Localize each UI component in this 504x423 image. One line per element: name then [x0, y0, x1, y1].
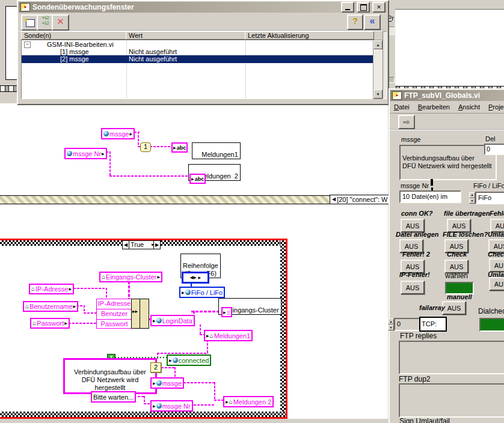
global-variable-mssge-nr[interactable]: mssge Nr ▶: [64, 148, 107, 159]
scroll-up-button[interactable]: ▲: [373, 40, 383, 49]
new-probe-window-button[interactable]: ✶: [21, 14, 38, 31]
global-variable-mssge[interactable]: mssge ▶: [101, 128, 135, 139]
local-variable-meldungen1[interactable]: ▶ ⌂ Meldungen1: [204, 330, 253, 341]
probe-name: GSM-INI-Bearbeiten.vi: [47, 41, 114, 48]
enum-constant[interactable]: ◀▶ ▶: [182, 272, 209, 284]
bundle-by-name-node[interactable]: IP-Adresse Benutzer Passwort: [96, 299, 132, 329]
table-row[interactable]: [1] mssge Nicht ausgeführt: [22, 48, 373, 55]
column-header-letzte[interactable]: Letzte Aktualisierung: [245, 31, 374, 40]
run-arrow-icon: ⇨: [403, 117, 410, 127]
spin-down-icon[interactable]: ▼: [469, 198, 475, 204]
string-indicator-icon-1[interactable]: ▶ abc: [171, 142, 188, 153]
column-header-wert[interactable]: Wert: [126, 31, 246, 40]
ftp-replies-box[interactable]: [399, 341, 504, 374]
spin-down-icon[interactable]: ▼: [388, 324, 394, 330]
failarray-index[interactable]: 0: [394, 318, 420, 331]
global-label: mssge Nr: [162, 403, 191, 410]
fifo-spinner[interactable]: ▲ ▼: [469, 192, 475, 204]
numeric-constant-2[interactable]: 2: [150, 362, 161, 373]
tcp-input[interactable]: TCP:: [419, 317, 447, 332]
fifo-select[interactable]: FiFo: [475, 192, 504, 204]
ftp-toolbar: ⇨: [390, 114, 504, 130]
mssge-nr-indicator[interactable]: 10 Datei(en) im: [399, 190, 461, 203]
dialcheck-led[interactable]: [479, 318, 504, 332]
tcp-value: TCP:: [422, 320, 437, 327]
global-variable-connected[interactable]: ▶ connected: [167, 355, 211, 366]
local-variable-benutzername[interactable]: ⌂ Benutzername ▶: [23, 301, 78, 312]
global-variable-mssge-nr-write[interactable]: ▶ mssge Nr: [150, 400, 193, 412]
panel-wire-mark: [431, 179, 433, 186]
ftp-dup2-box[interactable]: [399, 383, 504, 418]
constant-text: Bitte warten...: [93, 394, 134, 401]
bundle-row[interactable]: Passwort: [97, 320, 132, 328]
collapse-button[interactable]: «: [364, 14, 381, 30]
indicator-label-meldungen1[interactable]: Meldungen1: [192, 142, 241, 159]
string-indicator-icon-2[interactable]: ▶ abc: [189, 174, 206, 184]
local-variable-eingangs-cluster[interactable]: ⌂ Eingangs-Cluster ▶: [99, 272, 162, 282]
local-variable-passwort[interactable]: ⌂ Passwort ▶: [30, 318, 70, 329]
check-button-2[interactable]: AUS: [489, 258, 504, 272]
menu-datei[interactable]: Datei: [390, 102, 414, 112]
table-row[interactable]: − GSM-INI-Bearbeiten.vi: [22, 41, 373, 48]
right-arrow-icon: ▶: [198, 276, 201, 279]
waehlen-led[interactable]: [445, 282, 474, 294]
cluster-indicator-icon[interactable]: ▶ ⣶: [221, 307, 232, 317]
table-scrollbar[interactable]: ▲ ▼: [373, 40, 383, 99]
wire: [214, 382, 215, 401]
case-selector-next-button[interactable]: ▶: [153, 240, 161, 249]
header-text: Letzte Aktualisierung: [248, 32, 309, 39]
bundle-row[interactable]: IP-Adresse: [97, 299, 132, 309]
global-label: mssge: [162, 380, 182, 387]
scroll-down-button[interactable]: ▼: [373, 90, 383, 99]
umlaut-button-2[interactable]: AUS: [489, 277, 504, 291]
minimize-button[interactable]: [341, 2, 354, 13]
global-label: LoginData: [162, 317, 192, 324]
string-constant-bitte-warten[interactable]: Bitte warten...: [91, 391, 136, 403]
ftp-titlebar[interactable]: ➤ FTP_subVI_Globals.vi: [390, 90, 504, 101]
close-button[interactable]: ✕: [372, 2, 386, 13]
menu-ansicht[interactable]: Ansicht: [454, 102, 484, 112]
help-button[interactable]: ?: [347, 14, 363, 30]
monitor-titlebar[interactable]: ➤ Sondenüberwachungsfenster ✕: [19, 2, 387, 13]
ftp-menubar: DateiBearbeitenAnsichtProjekt: [390, 102, 504, 114]
right-arrow-icon: ▶: [226, 400, 229, 404]
case-selector-connect[interactable]: ◀ [20] "connect": W: [330, 195, 392, 204]
wire: [150, 146, 173, 147]
menu-bearbeiten[interactable]: Bearbeiten: [414, 102, 454, 112]
local-variable-meldungen2[interactable]: ▶ ⌂ Meldungen 2: [223, 396, 274, 407]
bundle-row[interactable]: Benutzer: [97, 309, 132, 320]
spin-up-icon[interactable]: ▲: [469, 192, 475, 198]
del-label: Del: [485, 135, 496, 142]
numeric-constant-1[interactable]: 1: [140, 142, 151, 152]
mssge-text: Verbindungsaufbau über DFÜ Netzwerk wird…: [402, 154, 492, 169]
case-structure-border-bottom[interactable]: [0, 412, 286, 417]
spin-up-icon[interactable]: ▲: [388, 318, 394, 324]
left-arrow-icon[interactable]: ◀: [332, 197, 336, 202]
local-variable-ip-adresse[interactable]: ⌂ IP-Adresse ▶: [29, 284, 74, 294]
run-button[interactable]: ⇨: [398, 115, 415, 129]
manuell-button[interactable]: AUS: [442, 301, 466, 315]
check-label-2: Check: [488, 251, 504, 258]
global-variable-mssge-write[interactable]: ▶ mssge: [150, 377, 184, 389]
case-structure-border-right[interactable]: [280, 240, 286, 417]
string-constant-verbindung[interactable]: Verbindungsaufbau über DFÜ Netzwerk wird…: [63, 358, 157, 394]
global-variable-fifo-lifo[interactable]: ▶ FiFo / LiFo: [179, 287, 225, 298]
global-label: connected: [179, 357, 209, 364]
menu-projekt[interactable]: Projekt: [484, 102, 504, 112]
failarray-spinner[interactable]: ▲ ▼: [388, 318, 394, 330]
manuell-label: manuell: [447, 293, 472, 300]
global-variable-logindata[interactable]: ▶ LoginData: [150, 315, 195, 326]
monitor-window: ➤ Sondenüberwachungsfenster ✕ ✶ +☑ +☑ ✕ …: [17, 0, 389, 105]
del-input[interactable]: 0: [484, 144, 504, 155]
delete-probe-button[interactable]: ✕: [52, 14, 69, 31]
ip-fehler-button[interactable]: AUS: [401, 281, 425, 294]
case-selector-true[interactable]: True ▼: [129, 240, 156, 249]
case-selector-value: True: [131, 241, 144, 249]
expander-icon[interactable]: −: [24, 41, 31, 48]
table-row-selected[interactable]: [2] mssge Nicht ausgeführt: [22, 55, 373, 63]
window-scrollbar-strip[interactable]: [383, 31, 387, 99]
right-arrow-icon: ▶: [129, 132, 132, 136]
mssge-indicator[interactable]: Verbindungsaufbau über DFÜ Netzwerk wird…: [399, 145, 497, 180]
column-header-sonde[interactable]: Sonde(n): [21, 31, 127, 40]
maximize-button[interactable]: [357, 2, 370, 13]
